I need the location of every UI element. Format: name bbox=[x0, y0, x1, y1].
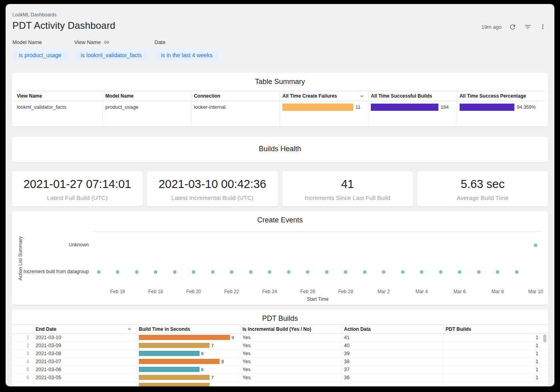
column-header-view-name[interactable]: View Name bbox=[14, 91, 103, 101]
scatter-point[interactable] bbox=[116, 270, 120, 274]
scatter-point[interactable] bbox=[249, 270, 252, 274]
build-time-bar[interactable] bbox=[139, 359, 220, 364]
scatter-point[interactable] bbox=[268, 270, 272, 274]
column-header-action-data[interactable]: Action Data bbox=[342, 325, 444, 333]
build-time-bar[interactable] bbox=[139, 335, 230, 340]
table-row[interactable]: 52021-03-066Yes371 bbox=[12, 366, 548, 374]
sort-chevron-icon[interactable] bbox=[126, 326, 132, 332]
create-failures-bar[interactable] bbox=[282, 104, 353, 111]
create-events-plot bbox=[93, 231, 542, 286]
build-time-bar[interactable] bbox=[139, 375, 210, 380]
x-axis-title: Start Time bbox=[93, 296, 542, 302]
scatter-point[interactable] bbox=[154, 270, 158, 274]
breadcrumb[interactable]: LookML Dashboards bbox=[12, 12, 115, 18]
scatter-point[interactable] bbox=[515, 270, 518, 274]
table-row[interactable]: 22021-03-097Yes401 bbox=[12, 342, 548, 350]
scatter-point[interactable] bbox=[420, 270, 424, 274]
scatter-point[interactable] bbox=[458, 270, 462, 274]
build-time-bar[interactable] bbox=[139, 367, 200, 372]
action-data-cell: 41 bbox=[342, 334, 444, 341]
x-axis-tick-label: Feb 26 bbox=[300, 289, 315, 294]
filters-toggle-button[interactable] bbox=[523, 22, 532, 31]
kebab-menu-icon bbox=[539, 23, 546, 30]
scatter-point[interactable] bbox=[287, 270, 290, 274]
pdt-table-scrollbar[interactable] bbox=[543, 334, 546, 386]
scatter-point[interactable] bbox=[401, 270, 404, 274]
pdt-builds-cell: 1 bbox=[444, 374, 548, 381]
column-header-model-name[interactable]: Model Name bbox=[103, 91, 191, 101]
column-header-build-time[interactable]: Build Time in Seconds bbox=[137, 325, 240, 333]
row-number-cell: 6 bbox=[12, 374, 34, 381]
model-name-cell[interactable]: product_usage bbox=[103, 101, 191, 113]
dashboard-actions-menu-button[interactable] bbox=[538, 22, 547, 31]
build-time-value: 9 bbox=[232, 335, 234, 340]
scatter-point[interactable] bbox=[325, 270, 328, 274]
scatter-point[interactable] bbox=[192, 270, 196, 274]
scatter-point[interactable] bbox=[439, 270, 442, 274]
is-incremental-cell: Yes bbox=[240, 374, 342, 381]
scatter-point[interactable] bbox=[97, 270, 100, 274]
successful-builds-bar[interactable] bbox=[371, 104, 438, 111]
end-date-cell: 2021-03-09 bbox=[34, 342, 137, 349]
scatter-point[interactable] bbox=[135, 270, 138, 274]
is-incremental-cell: Yes bbox=[240, 342, 342, 349]
filter-label-text: Model Name bbox=[12, 39, 42, 45]
x-axis-tick-label: Mar 6 bbox=[454, 289, 466, 294]
scatter-point[interactable] bbox=[173, 270, 176, 274]
column-header-label: All Time Create Failures bbox=[282, 93, 337, 99]
builds-health-card: Builds Health bbox=[12, 137, 548, 162]
table-row[interactable]: 12021-03-109Yes411 bbox=[12, 334, 548, 342]
column-header-end-date[interactable]: End Date bbox=[34, 325, 137, 333]
kpi-row: 2021-01-27 07:14:01 Latest Full Build (U… bbox=[12, 171, 548, 206]
filler-cell bbox=[368, 113, 457, 126]
refresh-button[interactable] bbox=[508, 22, 517, 31]
kpi-label: Increments Since Last Full Build bbox=[282, 194, 413, 201]
scatter-point[interactable] bbox=[363, 270, 366, 274]
column-header-label: Is Incremental Build (Yes / No) bbox=[242, 326, 311, 332]
create-events-title: Create Events bbox=[12, 211, 548, 224]
filter-label: Date bbox=[154, 39, 219, 45]
scatter-point[interactable] bbox=[382, 270, 386, 274]
scrollbar-thumb[interactable] bbox=[543, 334, 546, 342]
column-header-create-failures[interactable]: All Time Create Failures bbox=[280, 91, 368, 101]
scatter-point[interactable] bbox=[477, 270, 480, 274]
filter-chip-model-name[interactable]: is product_usage bbox=[12, 49, 68, 62]
success-percentage-value: 94.359% bbox=[517, 104, 536, 110]
scatter-point[interactable] bbox=[344, 270, 348, 274]
end-date-cell: 2021-03-08 bbox=[34, 350, 137, 357]
scatter-point[interactable] bbox=[306, 270, 310, 274]
filter-chip-date[interactable]: is in the last 4 weeks bbox=[154, 49, 219, 62]
build-time-bar[interactable] bbox=[139, 343, 210, 348]
build-time-cell: 7 bbox=[137, 374, 240, 381]
scatter-point[interactable] bbox=[230, 270, 234, 274]
build-time-bar[interactable] bbox=[139, 383, 210, 386]
column-header-success-percentage[interactable]: All Time Success Percentage bbox=[457, 91, 546, 101]
column-header-is-incremental[interactable]: Is Incremental Build (Yes / No) bbox=[240, 325, 342, 333]
filter-chip-view-name[interactable]: is lookml_validator_facts bbox=[74, 49, 148, 62]
connection-cell[interactable]: looker-internal bbox=[192, 101, 280, 113]
end-date-cell bbox=[34, 382, 137, 386]
x-axis-tick-label: Feb 28 bbox=[338, 289, 353, 294]
scatter-point[interactable] bbox=[534, 243, 538, 247]
column-header-successful-builds[interactable]: All Time Successful Builds bbox=[368, 91, 457, 101]
view-name-cell[interactable]: lookml_validator_facts bbox=[14, 101, 103, 113]
column-header-label: All Time Success Percentage bbox=[460, 93, 526, 99]
table-row[interactable]: 62021-03-057Yes361 bbox=[12, 374, 548, 382]
scatter-point[interactable] bbox=[211, 270, 214, 274]
table-row[interactable]: 42021-03-078Yes381 bbox=[12, 358, 548, 366]
build-time-cell: 6 bbox=[137, 350, 240, 357]
kpi-value: 5.63 sec bbox=[417, 178, 548, 191]
sort-chevron-icon[interactable] bbox=[359, 93, 365, 99]
table-row[interactable]: 32021-03-086Yes391 bbox=[12, 350, 548, 358]
end-date-cell: 2021-03-06 bbox=[34, 366, 137, 373]
table-row-partial[interactable] bbox=[12, 382, 548, 386]
success-percentage-bar[interactable] bbox=[460, 104, 514, 111]
column-header-pdt-builds[interactable]: PDT Builds bbox=[444, 325, 548, 333]
is-incremental-cell: Yes bbox=[240, 334, 342, 341]
builds-health-title: Builds Health bbox=[12, 137, 548, 153]
kpi-latest-full-build: 2021-01-27 07:14:01 Latest Full Build (U… bbox=[12, 171, 143, 206]
column-header-connection[interactable]: Connection bbox=[192, 91, 280, 101]
build-time-bar[interactable] bbox=[139, 351, 200, 356]
scatter-point[interactable] bbox=[496, 270, 500, 274]
pdt-table-header: End Date Build Time in Seconds Is Increm… bbox=[12, 324, 548, 334]
